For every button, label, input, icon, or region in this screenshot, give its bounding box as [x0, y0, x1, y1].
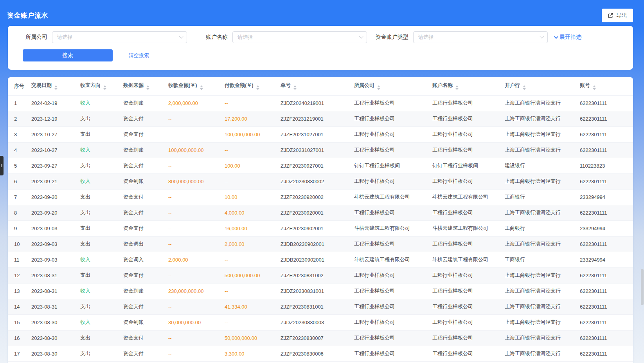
cell-order_no: ZJZF20231219001: [281, 111, 354, 126]
cell-no: 9: [8, 220, 31, 236]
cell-bank: 上海工商银行漕河泾支行: [505, 173, 580, 189]
cell-source: 资金支付: [123, 299, 168, 314]
cell-order_no: ZJZF20230927001: [281, 158, 354, 173]
column-header-account_name[interactable]: 账户名称: [432, 77, 505, 95]
column-header-company[interactable]: 所属公司: [354, 77, 432, 95]
cell-pay: 41,334.00: [225, 299, 281, 314]
cell-direction: 支出: [80, 158, 123, 173]
cell-direction: 支出: [80, 236, 123, 252]
cell-source: 资金支付: [123, 346, 168, 361]
cell-no: 14: [8, 299, 31, 314]
column-header-bank[interactable]: 开户行: [505, 77, 580, 95]
cell-direction: 支出: [80, 111, 123, 126]
sort-icon[interactable]: [256, 85, 259, 90]
chevron-down-icon: [540, 34, 544, 38]
cell-no: 17: [8, 346, 31, 361]
column-header-account_no[interactable]: 账号: [580, 77, 633, 95]
filter-panel: 所属公司 请选择 账户名称 请选择 资金账户类型 请选择 展开筛选 搜索 清空搜…: [8, 26, 633, 70]
cell-date: 2023-10-27: [31, 126, 80, 142]
company-select-placeholder: 请选择: [57, 34, 72, 41]
cell-account_name: 斗栱云建筑工程有限公司: [432, 189, 505, 205]
cell-order_no: ZJZF20230830007: [281, 330, 354, 346]
cell-account_name: 工程行业样板公司: [432, 95, 505, 111]
cell-account_name: 工程行业样板公司: [432, 126, 505, 142]
sort-icon[interactable]: [200, 85, 203, 90]
expand-filters-link[interactable]: 展开筛选: [554, 34, 581, 41]
cell-account_name: 工程行业样板公司: [432, 267, 505, 283]
sort-icon[interactable]: [54, 85, 58, 90]
cell-account_name: 钉钉工程行业样板间: [432, 158, 505, 173]
column-header-order_no[interactable]: 单号: [281, 77, 354, 95]
cell-date: 2023-08-31: [31, 299, 80, 314]
cell-bank: 工商银行: [505, 220, 580, 236]
sort-icon[interactable]: [146, 85, 149, 90]
account-type-select-placeholder: 请选择: [418, 34, 434, 41]
sort-icon[interactable]: [593, 85, 596, 90]
cell-receive: --: [168, 236, 225, 252]
search-button[interactable]: 搜索: [23, 49, 113, 61]
cell-direction: 支出: [80, 330, 123, 346]
cell-bank: 上海工商银行漕河泾支行: [505, 95, 580, 111]
cell-order_no: ZJDZ20231027001: [281, 142, 354, 158]
column-header-label: 序号: [14, 83, 24, 89]
cell-account_name: 斗栱云建筑工程有限公司: [432, 252, 505, 267]
cell-company: 工程行业样板公司: [354, 330, 432, 346]
cell-order_no: ZJZF20231027001: [281, 126, 354, 142]
column-header-label: 开户行: [505, 82, 520, 88]
cell-account_no: 6222301111: [580, 126, 633, 142]
vertical-scrollbar-thumb[interactable]: [641, 269, 644, 305]
cell-source: 资金支付: [123, 111, 168, 126]
cell-company: 工程行业样板公司: [354, 314, 432, 330]
cell-order_no: ZJDZ20240219001: [281, 95, 354, 111]
column-header-date[interactable]: 交易日期: [31, 77, 80, 95]
cell-no: 3: [8, 126, 31, 142]
column-header-receive[interactable]: 收款金额(￥): [168, 77, 225, 95]
account-name-select[interactable]: 请选择: [232, 31, 367, 43]
cell-company: 工程行业样板公司: [354, 173, 432, 189]
cell-source: 资金到账: [123, 142, 168, 158]
page-header: 资金账户流水 导出: [0, 0, 644, 24]
table-row: 102023-09-03支出资金调出--2,000.00ZJDB20230902…: [8, 236, 633, 252]
column-header-pay[interactable]: 付款金额(￥): [225, 77, 281, 95]
cell-order_no: ZJZF20230920002: [281, 189, 354, 205]
sort-icon[interactable]: [103, 85, 106, 90]
cell-pay: 50,000,000.00: [225, 330, 281, 346]
cell-bank: 上海工商银行漕河泾支行: [505, 314, 580, 330]
table-row: 112023-09-03收入资金调入2,000.00--ZJDB20230902…: [8, 252, 633, 267]
cell-direction: 收入: [80, 314, 123, 330]
cell-no: 2: [8, 111, 31, 126]
cell-pay: 10.00: [225, 189, 281, 205]
cell-date: 2023-09-27: [31, 158, 80, 173]
sort-icon[interactable]: [377, 85, 380, 90]
cell-source: 资金到账: [123, 95, 168, 111]
cell-pay: 500,000,000.00: [225, 267, 281, 283]
cell-account_no: 6222301111: [580, 173, 633, 189]
clear-search-link[interactable]: 清空搜索: [129, 52, 149, 59]
side-drawer-handle[interactable]: [0, 156, 4, 175]
chevron-down-icon: [554, 34, 558, 39]
cell-source: 资金到账: [123, 283, 168, 299]
cell-receive: 800,000,000.00: [168, 173, 225, 189]
cell-account_no: 6222301111: [580, 236, 633, 252]
cell-source: 资金支付: [123, 220, 168, 236]
cell-date: 2023-09-03: [31, 236, 80, 252]
cell-bank: 工商银行: [505, 189, 580, 205]
sort-icon[interactable]: [523, 85, 526, 90]
column-header-source[interactable]: 数据来源: [123, 77, 168, 95]
sort-icon[interactable]: [293, 85, 297, 90]
cell-pay: 100,000,000.00: [225, 126, 281, 142]
account-type-select[interactable]: 请选择: [413, 31, 548, 43]
cell-direction: 支出: [80, 220, 123, 236]
cell-company: 斗栱云建筑工程有限公司: [354, 220, 432, 236]
sort-icon[interactable]: [455, 85, 459, 90]
column-header-direction[interactable]: 收支方向: [80, 77, 123, 95]
cell-receive: 230,000,000.00: [168, 283, 225, 299]
export-button[interactable]: 导出: [602, 9, 633, 22]
table-row: 142023-08-31支出资金支付--41,334.00ZJZF2023083…: [8, 299, 633, 314]
cell-account_name: 斗栱云建筑工程有限公司: [432, 220, 505, 236]
transactions-table-card: 序号交易日期收支方向数据来源收款金额(￥)付款金额(￥)单号所属公司账户名称开户…: [8, 77, 633, 363]
table-row: 162023-08-30支出资金支付--50,000,000.00ZJZF202…: [8, 330, 633, 346]
cell-source: 资金支付: [123, 126, 168, 142]
table-row: 52023-09-27支出资金支付--100.00ZJZF20230927001…: [8, 158, 633, 173]
company-select[interactable]: 请选择: [52, 31, 187, 43]
